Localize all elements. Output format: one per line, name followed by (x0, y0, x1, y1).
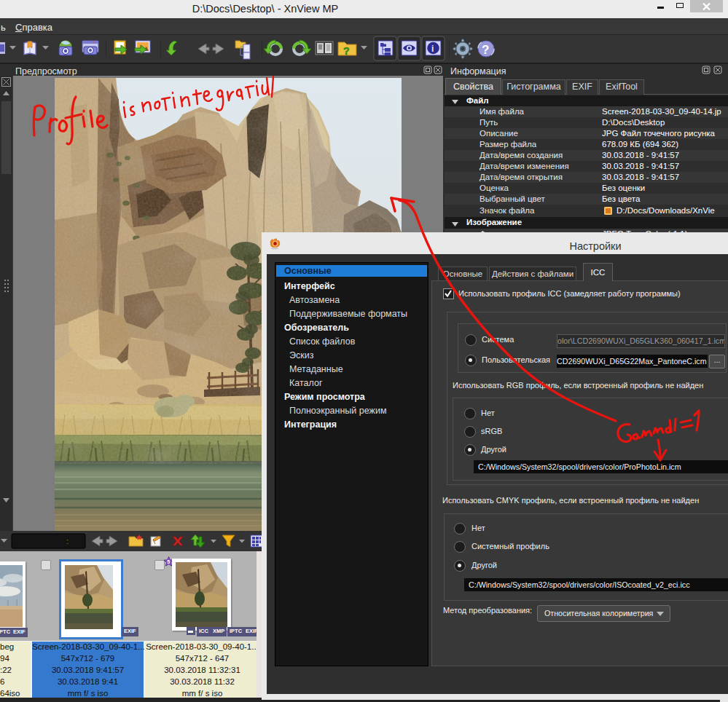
svg-text:i: i (431, 44, 434, 54)
svg-text:?: ? (482, 43, 489, 57)
svg-text::: : (66, 537, 69, 545)
svg-text:5: 5 (167, 559, 170, 564)
svg-text:?: ? (343, 45, 350, 57)
